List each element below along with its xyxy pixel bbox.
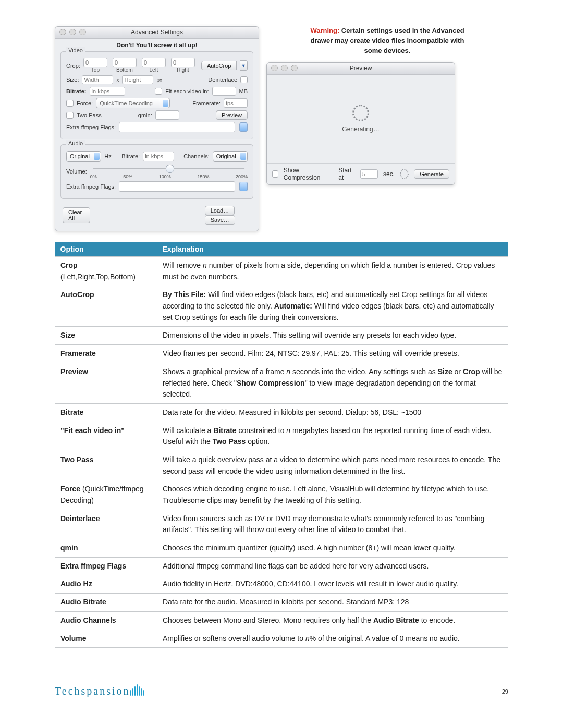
screw-warning: Don't! You'll screw it all up! [60,42,253,51]
crop-input[interactable] [113,58,137,67]
generating-label: Generating… [342,126,379,133]
preview-window: Preview Generating… Show Compression Sta… [266,62,455,185]
qmin-input[interactable] [155,110,179,120]
fit-checkbox[interactable] [155,88,162,95]
video-group-label: Video [66,47,85,53]
table-row-option: Bitrate [55,403,157,422]
volume-ticks: 0%50%100%150%200% [90,174,248,179]
video-bitrate-input[interactable] [90,87,125,96]
audio-group: Audio Original Hz Bitrate: Channels: Ori… [60,144,253,199]
x-label: x [116,77,119,83]
warning-red: Warning: [310,27,339,34]
table-row-option: Size [55,327,157,345]
table-row-explanation: Will remove n number of pixels from a si… [157,257,508,286]
close-icon[interactable] [59,29,66,35]
table-row-option: Extra ffmpeg Flags [55,557,157,575]
height-input[interactable] [122,75,153,84]
window-title: Advanced Settings [131,29,183,36]
fit-input[interactable] [212,87,236,96]
table-row-explanation: Video frames per second. Film: 24, NTSC:… [157,345,508,363]
table-row-option: Preview [55,363,157,403]
minimize-icon[interactable] [69,29,76,35]
table-row-option: Crop(Left,Right,Top,Bottom) [55,257,157,286]
framerate-input[interactable] [224,98,248,108]
video-flags-input[interactable] [119,122,235,132]
warning-text: Warning: Certain settings used in the Ad… [266,26,508,56]
hz-unit: Hz [104,153,111,159]
force-select[interactable]: QuickTime Decoding [96,98,170,108]
audio-bitrate-input[interactable] [143,152,174,161]
crop-caption: Top [83,67,107,73]
size-label: Size: [66,77,79,83]
width-input[interactable] [82,75,113,84]
autocrop-button[interactable]: AutoCrop [201,61,237,70]
preview-button[interactable]: Preview [216,110,248,120]
force-label: Force: [77,100,93,106]
video-flags-dropdown-icon[interactable] [239,122,248,132]
start-at-input[interactable] [360,169,378,179]
sec-label: sec. [383,170,395,178]
advanced-settings-window: Advanced Settings Don't! You'll screw it… [55,26,259,231]
video-group: Video Crop: TopBottomLeftRight AutoCrop▼… [60,51,253,139]
page-number: 29 [502,688,508,695]
twopass-checkbox[interactable] [66,112,74,119]
audio-bitrate-label: Bitrate: [121,153,140,159]
bitrate-label: Bitrate: [66,88,87,94]
clear-all-button[interactable]: Clear All [63,207,90,223]
table-row-explanation: By This File: Will find video edges (bla… [157,286,508,327]
volume-slider[interactable] [93,164,244,173]
table-row-explanation: Data rate for the audio. Measured in kil… [157,594,508,612]
crop-fields: TopBottomLeftRight [83,58,195,73]
channels-label: Channels: [183,153,210,159]
load-button[interactable]: Load… [205,206,235,215]
crop-input[interactable] [83,58,107,67]
table-row-option: Audio Hz [55,575,157,594]
crop-caption: Right [171,67,195,73]
audio-flags-dropdown-icon[interactable] [239,182,248,191]
audio-hz-select[interactable]: Original [66,151,101,162]
table-row-explanation: Amplifies or softens overall audio volum… [157,630,508,648]
close-icon[interactable] [271,65,278,71]
start-at-label: Start at [338,167,355,181]
table-row-option: AutoCrop [55,286,157,327]
save-button[interactable]: Save… [205,215,235,225]
force-checkbox[interactable] [66,100,74,107]
table-row-option: Deinterlace [55,510,157,539]
window-titlebar[interactable]: Advanced Settings [55,27,259,39]
logo-waves-icon [129,684,144,698]
channels-select[interactable]: Original [213,151,248,162]
zoom-icon[interactable] [79,29,86,35]
table-row-option: Volume [55,630,157,648]
minimize-icon[interactable] [281,65,288,71]
autocrop-dropdown-icon[interactable]: ▼ [240,60,248,71]
preview-title: Preview [350,65,372,72]
th-option: Option [55,242,157,257]
crop-label: Crop: [66,63,80,69]
crop-input[interactable] [142,58,166,67]
audio-group-label: Audio [66,140,85,146]
show-compression-checkbox[interactable] [272,170,278,178]
table-row-option: Force (QuickTime/ffmpeg Decoding) [55,480,157,510]
table-row-explanation: Chooses the minimum quantizer (quality) … [157,539,508,558]
zoom-icon[interactable] [291,65,298,71]
audio-flags-input[interactable] [119,181,235,192]
qmin-label: qmin: [138,112,152,118]
px-label: px [156,77,162,83]
crop-input[interactable] [171,58,195,67]
framerate-label: Framerate: [192,100,221,106]
table-row-option: Audio Channels [55,611,157,630]
deinterlace-checkbox[interactable] [240,76,248,83]
generate-button[interactable]: Generate [414,169,449,179]
table-row-explanation: Additional ffmpeg command line flags can… [157,557,508,575]
techspansion-logo: Techspansion [55,684,144,698]
video-flags-label: Extra ffmpeg Flags: [66,124,116,130]
table-row-explanation: Will take a quick overview pass at a vid… [157,451,508,480]
table-row-explanation: Video from sources such as DV or DVD may… [157,510,508,539]
preview-titlebar[interactable]: Preview [267,63,455,75]
twopass-label: Two Pass [77,112,102,118]
gear-icon [400,169,409,179]
audio-flags-label: Extra ffmpeg Flags: [66,183,116,190]
table-row-explanation: Data rate for the video. Measured in kil… [157,403,508,422]
table-row-explanation: Shows a graphical preview of a frame n s… [157,363,508,403]
table-row-explanation: Chooses which decoding engine to use. Le… [157,480,508,510]
